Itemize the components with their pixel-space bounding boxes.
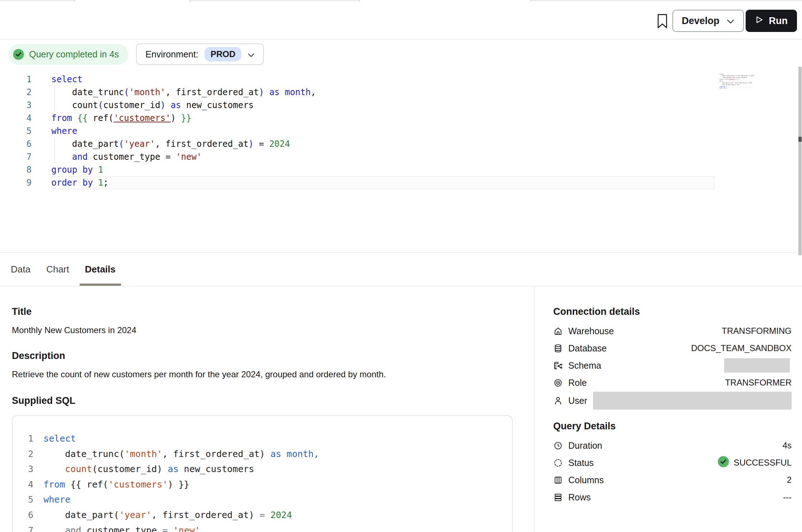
connection-row: DatabaseDOCS_TEAM_SANDBOX [553,340,792,357]
supplied-sql-line: 1select [13,431,512,447]
query-detail-row: Duration4s [553,437,792,454]
line-number: 3 [13,462,33,477]
row-value: DOCS_TEAM_SANDBOX [691,343,792,353]
editor-code-line: 4from {{ ref('customers') }} [0,112,802,125]
toolbar-header: Develop Run [0,2,802,39]
line-number: 2 [0,86,32,99]
play-icon [755,15,764,27]
row-value: 2 [787,475,792,485]
connection-row: Schema [553,357,792,374]
query-status-text: Query completed in 4s [29,49,119,60]
supplied-sql-line: 4from {{ ref('customers') }} [13,477,512,493]
line-number: 8 [0,163,32,176]
environment-value-pill: PROD [205,47,241,61]
query-detail-row: Columns2 [553,471,792,489]
query-details-heading: Query Details [553,421,792,432]
editor-minimap[interactable]: select date_trunc('month', first_ordered… [717,73,754,91]
line-number: 9 [0,176,32,189]
sql-code-editor[interactable]: 1select2 date_trunc('month', first_order… [0,69,802,253]
editor-code-line: 7 and customer_type = 'new' [0,150,802,163]
row-value: TRANSFORMING [722,326,792,336]
line-number: 3 [0,99,32,112]
status-icon [553,458,563,468]
connection-row: RoleTRANSFORMER [553,374,792,391]
editor-code-line: 9order by 1; [0,176,802,189]
query-status-bar: Query completed in 4s Environment: PROD [0,39,802,69]
develop-label: Develop [682,15,719,27]
supplied-sql-line: 6 date_part('year', first_ordered_at) = … [13,508,512,523]
details-panel: Title Monthly New Customers in 2024 Desc… [0,286,534,532]
tab-data[interactable]: Data [11,253,31,286]
editor-code-line: 5where [0,125,802,137]
line-number: 7 [13,523,33,532]
editor-code-line: 8group by 1 [0,163,802,176]
supplied-sql-line: 5where [13,492,512,508]
query-detail-row: StatusSUCCESSFUL [553,454,792,471]
clock-icon [553,441,563,451]
bookmark-icon[interactable] [656,13,668,29]
develop-dropdown-button[interactable]: Develop [672,10,744,32]
description-heading: Description [12,350,534,361]
row-label: Columns [568,475,604,485]
connection-details-heading: Connection details [553,306,792,317]
row-label: Duration [568,440,602,451]
row-value: TRANSFORMER [725,378,792,388]
editor-scrollbar[interactable] [798,67,802,255]
row-label: User [568,396,587,406]
success-check-icon [717,456,729,470]
title-value: Monthly New Customers in 2024 [12,325,534,335]
tab-details[interactable]: Details [85,253,116,286]
supplied-sql-code-block: 1select2 date_trunc('month', first_order… [12,415,513,532]
connection-row: WarehouseTRANSFORMING [553,322,792,340]
schema-icon [553,361,563,370]
run-button[interactable]: Run [746,10,797,32]
rows-icon [553,493,563,502]
warehouse-icon [553,326,563,336]
line-number: 1 [13,431,33,447]
line-number: 2 [13,447,33,462]
line-number: 5 [0,125,32,137]
chevron-down-icon [727,15,735,27]
supplied-sql-heading: Supplied SQL [12,395,534,406]
supplied-sql-line: 2 date_trunc('month', first_ordered_at) … [13,447,512,462]
row-label: Schema [568,360,601,371]
chevron-down-icon [248,49,255,60]
editor-code-line: 2 date_trunc('month', first_ordered_at) … [0,86,802,99]
active-line-highlight [724,87,754,89]
line-number: 6 [0,137,32,150]
supplied-sql-line: 7 and customer_type = 'new' [13,523,512,532]
line-number: 4 [0,112,32,125]
editor-code-line: 6 date_part('year', first_ordered_at) = … [0,137,802,150]
minimap-code-line: order by 1; [717,87,754,89]
supplied-sql-line: 3 count(customer_id) as new_customers [13,462,512,477]
tab-chart[interactable]: Chart [46,253,69,286]
connection-details-panel: Connection details WarehouseTRANSFORMING… [534,286,802,532]
redacted-value [724,358,790,373]
redacted-value [593,392,792,410]
environment-selector[interactable]: Environment: PROD [136,43,264,65]
line-number: 6 [13,508,33,523]
editor-code-line: 1select [0,73,802,86]
active-line-highlight [51,176,714,189]
scrollbar-thumb[interactable] [798,137,802,142]
query-detail-row: Rows--- [553,489,792,506]
run-label: Run [769,15,788,27]
row-label: Warehouse [568,326,614,336]
editor-code-line: 3 count(customer_id) as new_customers [0,99,802,112]
line-number: 1 [0,73,32,86]
role-icon [553,378,563,388]
columns-icon [553,475,563,485]
row-value: 4s [783,440,792,451]
user-icon [553,396,563,406]
check-circle-icon [13,48,24,60]
query-status-badge: Query completed in 4s [8,44,128,65]
row-value: --- [783,492,792,502]
line-number: 4 [13,477,33,493]
editor-lines: 1select2 date_trunc('month', first_order… [0,73,802,189]
title-heading: Title [12,306,534,317]
connection-row: User [553,391,792,410]
row-label: Database [568,343,607,354]
line-number: 5 [13,492,33,508]
row-label: Role [568,378,587,388]
row-label: Rows [568,492,591,503]
